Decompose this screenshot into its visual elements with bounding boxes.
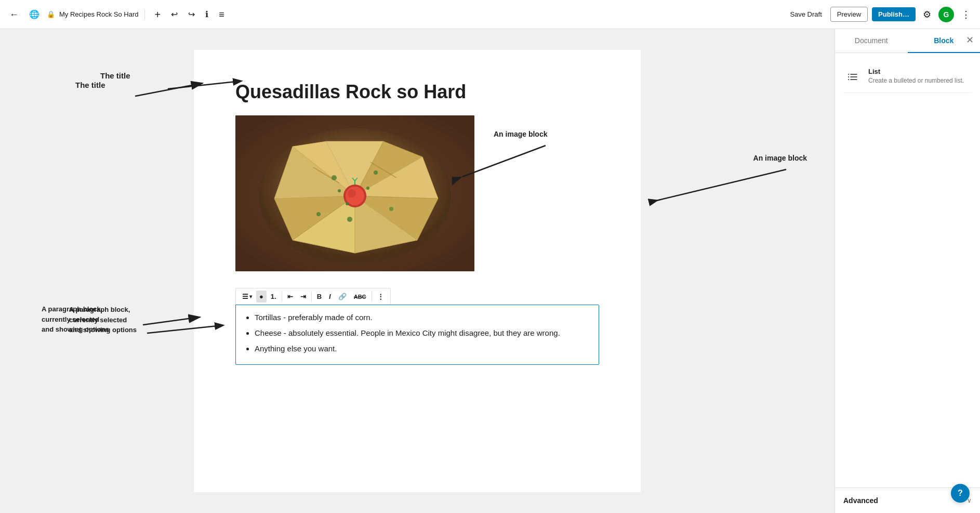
block-options-button[interactable]: ⋮: [374, 291, 387, 302]
strikethrough-button[interactable]: ABC: [351, 292, 369, 302]
advanced-label: Advanced: [843, 496, 878, 505]
preview-button[interactable]: Preview: [830, 7, 868, 22]
list-item: Tortillas - preferably made of corn.: [255, 311, 590, 324]
list-block-icon: [843, 68, 862, 86]
list-item: Cheese - absolutely essential. People in…: [255, 327, 590, 339]
strikethrough-icon: ABC: [354, 294, 366, 300]
info-button[interactable]: ℹ: [202, 7, 211, 22]
top-bar: ← 🌐 🔒 My Recipes Rock So Hard + ↩ ↪ ℹ ≡ …: [0, 0, 980, 29]
list-icon-svg: [846, 71, 859, 83]
svg-point-11: [389, 207, 393, 211]
quesadilla-image: [235, 115, 474, 271]
title-arrow: [105, 76, 251, 102]
lock-icon: 🔒: [47, 10, 55, 18]
dropdown-arrow-icon: ▾: [249, 294, 252, 299]
block-panel: List Create a bulleted or numbered list.: [843, 61, 972, 93]
bold-icon: B: [317, 293, 322, 300]
image-arrow: [641, 159, 797, 211]
list-annotation: A paragraph block,currently selectedand …: [69, 305, 137, 335]
undo-button[interactable]: ↩: [168, 7, 181, 22]
svg-point-21: [346, 202, 349, 205]
user-avatar[interactable]: G: [938, 7, 954, 22]
outdent-icon: ⇤: [287, 293, 293, 300]
back-button[interactable]: ←: [6, 7, 22, 22]
svg-point-8: [332, 175, 337, 180]
save-draft-button[interactable]: Save Draft: [786, 7, 826, 21]
list-block-content: Tortillas - preferably made of corn. Che…: [235, 305, 599, 365]
tab-document[interactable]: Document: [835, 29, 908, 53]
sidebar: Document Block ✕: [835, 29, 980, 513]
redo-button[interactable]: ↪: [185, 7, 198, 22]
topbar-right: Save Draft Preview Publish… ⚙ G ⋮: [786, 7, 974, 22]
toolbar-divider-2: [311, 292, 312, 302]
block-panel-text: List Create a bulleted or numbered list.: [868, 68, 964, 85]
indent-icon: ⇥: [300, 293, 306, 300]
site-icon: 🌐: [29, 10, 39, 19]
list-arrow: [85, 320, 241, 346]
bullet-list-icon: ☰: [242, 293, 248, 300]
link-icon: 🔗: [338, 293, 347, 300]
help-button[interactable]: ?: [951, 484, 970, 503]
block-panel-item: List Create a bulleted or numbered list.: [843, 61, 972, 93]
publish-button[interactable]: Publish…: [872, 7, 916, 21]
topbar-left: ← 🌐 🔒 My Recipes Rock So Hard + ↩ ↪ ℹ ≡: [6, 6, 782, 23]
bullet-style-button[interactable]: ●: [256, 291, 267, 302]
svg-line-2: [147, 325, 222, 333]
image-block: [235, 115, 474, 271]
indent-button[interactable]: ⇥: [297, 291, 309, 302]
svg-line-1: [656, 169, 786, 201]
ordered-list-button[interactable]: 1.: [268, 291, 280, 302]
sidebar-tabs: Document Block ✕: [835, 29, 980, 53]
recipe-list: Tortillas - preferably made of corn. Che…: [244, 311, 590, 355]
svg-point-15: [348, 189, 356, 198]
sidebar-body: List Create a bulleted or numbered list.: [835, 53, 980, 488]
svg-point-20: [366, 187, 369, 190]
svg-point-19: [338, 189, 341, 192]
site-icon-button[interactable]: 🌐: [26, 7, 43, 22]
svg-point-10: [347, 217, 352, 222]
image-annotation: An image block: [753, 154, 807, 162]
svg-line-0: [168, 81, 241, 89]
block-panel-name: List: [868, 68, 964, 75]
post-heading: Quesadillas Rock so Hard: [235, 81, 599, 103]
outdent-button[interactable]: ⇤: [284, 291, 296, 302]
add-block-button[interactable]: +: [151, 6, 164, 23]
block-panel-desc: Create a bulleted or numbered list.: [868, 76, 964, 85]
post-title: My Recipes Rock So Hard: [59, 10, 138, 18]
list-block-toolbar: ☰ ▾ ● 1. ⇤ ⇥ B I 🔗: [235, 288, 391, 305]
bullet-icon: ●: [259, 293, 263, 300]
settings-button[interactable]: ⚙: [920, 7, 934, 22]
toolbar-divider-1: [282, 292, 282, 302]
svg-point-9: [374, 170, 378, 175]
numbered-list-icon: 1.: [271, 293, 276, 300]
editor-area: The title An image block A paragraph blo…: [0, 29, 835, 513]
bold-button[interactable]: B: [314, 291, 325, 302]
list-item: Anything else you want.: [255, 343, 590, 355]
svg-point-12: [316, 212, 321, 216]
title-annotation: The title: [100, 71, 130, 81]
main-layout: The title An image block A paragraph blo…: [0, 29, 980, 513]
italic-button[interactable]: I: [326, 291, 334, 302]
italic-icon: I: [329, 293, 331, 300]
link-button[interactable]: 🔗: [335, 291, 350, 302]
tools-menu-button[interactable]: ≡: [216, 7, 228, 22]
editor-content: The title An image block A paragraph blo…: [194, 50, 641, 492]
more-options-icon: ⋮: [377, 293, 384, 300]
toolbar-divider-3: [372, 292, 372, 302]
unordered-list-button[interactable]: ☰ ▾: [239, 291, 255, 302]
sidebar-close-button[interactable]: ✕: [960, 29, 980, 51]
more-options-button[interactable]: ⋮: [958, 7, 974, 22]
